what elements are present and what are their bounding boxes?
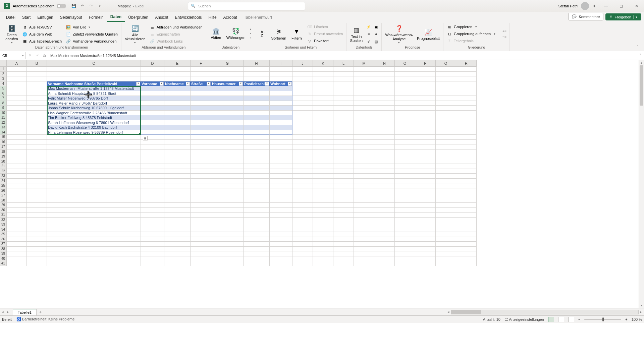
cell[interactable]	[141, 76, 164, 81]
cell[interactable]	[456, 242, 477, 247]
cell[interactable]	[244, 115, 270, 120]
cell[interactable]	[7, 135, 27, 140]
cell[interactable]	[374, 242, 395, 247]
column-header-I[interactable]: I	[270, 60, 292, 67]
cell[interactable]	[270, 203, 292, 208]
cell[interactable]	[164, 256, 191, 261]
row-header[interactable]: 9	[0, 106, 7, 111]
datatype-gallery[interactable]: ▿	[248, 36, 253, 40]
cell[interactable]	[374, 256, 395, 261]
cell[interactable]	[456, 81, 477, 86]
cell[interactable]	[354, 247, 374, 252]
row-header[interactable]: 20	[0, 159, 7, 164]
cell[interactable]	[164, 183, 191, 188]
cell[interactable]	[415, 218, 436, 223]
cell[interactable]	[7, 222, 27, 227]
cell[interactable]	[292, 154, 313, 159]
cell[interactable]	[436, 261, 456, 266]
cell[interactable]	[395, 96, 415, 101]
cell[interactable]	[456, 101, 477, 106]
cell[interactable]: Max Mustermann Musterstraße 1 12345 Must…	[47, 86, 141, 91]
row-header[interactable]: 14	[0, 130, 7, 135]
cell[interactable]	[354, 86, 374, 91]
row-header[interactable]: 39	[0, 251, 7, 256]
cell[interactable]	[292, 193, 313, 198]
cell[interactable]	[270, 149, 292, 155]
vertical-scrollbar[interactable]: ▴ ▾	[639, 60, 644, 308]
cell[interactable]	[141, 164, 164, 169]
cell[interactable]	[333, 213, 354, 218]
cell[interactable]	[436, 183, 456, 188]
cell[interactable]	[270, 179, 292, 184]
cell[interactable]	[292, 67, 313, 72]
cell[interactable]	[211, 261, 244, 266]
cell[interactable]	[313, 213, 333, 218]
cell[interactable]	[395, 251, 415, 256]
cell[interactable]	[374, 251, 395, 256]
cell[interactable]	[374, 111, 395, 116]
cell[interactable]	[333, 149, 354, 155]
cell[interactable]	[7, 140, 27, 145]
chevron-down-icon[interactable]: ▾	[22, 54, 24, 57]
cell[interactable]	[141, 203, 164, 208]
cell[interactable]	[415, 96, 436, 101]
cell[interactable]	[164, 125, 191, 130]
cell[interactable]	[270, 67, 292, 72]
row-header[interactable]: 29	[0, 203, 7, 208]
cell[interactable]	[333, 164, 354, 169]
cell[interactable]	[47, 227, 141, 232]
cell[interactable]	[270, 169, 292, 174]
row-header[interactable]: 36	[0, 237, 7, 242]
datatype-scroll-up[interactable]: ▴	[248, 27, 253, 31]
cell[interactable]	[374, 86, 395, 91]
column-header-N[interactable]: N	[374, 60, 395, 67]
cell[interactable]	[313, 193, 333, 198]
zoom-in-button[interactable]: +	[625, 317, 627, 321]
cell[interactable]	[313, 256, 333, 261]
cell[interactable]	[7, 76, 27, 81]
cell[interactable]	[415, 174, 436, 179]
cell[interactable]	[374, 106, 395, 111]
cell[interactable]	[244, 140, 270, 145]
cell[interactable]	[436, 174, 456, 179]
cell[interactable]	[313, 159, 333, 164]
cell[interactable]	[244, 198, 270, 203]
cell[interactable]	[292, 106, 313, 111]
cell[interactable]: David Koch Bachstraße 4 32109 Bachdorf	[47, 125, 141, 130]
cell[interactable]	[333, 193, 354, 198]
cell[interactable]	[164, 222, 191, 227]
sheet-nav-next[interactable]: ▸	[5, 310, 11, 314]
row-header[interactable]: 25	[0, 183, 7, 188]
cell[interactable]	[456, 91, 477, 96]
cell[interactable]	[395, 237, 415, 242]
tab-tabellenentwurf[interactable]: Tabellenentwurf	[240, 13, 275, 22]
cell[interactable]	[292, 86, 313, 91]
cell[interactable]	[191, 106, 211, 111]
cell[interactable]	[354, 183, 374, 188]
cell[interactable]	[415, 130, 436, 135]
cell[interactable]	[27, 188, 47, 193]
cell[interactable]	[7, 91, 27, 96]
cell[interactable]	[395, 159, 415, 164]
row-header[interactable]: 2	[0, 72, 7, 77]
tab-acrobat[interactable]: Acrobat	[220, 13, 240, 22]
cell[interactable]	[333, 256, 354, 261]
cell[interactable]	[244, 218, 270, 223]
cell[interactable]	[456, 256, 477, 261]
cell[interactable]: Jonas Schulz Kirchenweg 10 67890 Hügeldo…	[47, 106, 141, 111]
cell[interactable]	[47, 232, 141, 237]
cell[interactable]	[270, 227, 292, 232]
cell[interactable]: Hausnummer▾	[211, 81, 244, 86]
cell[interactable]	[415, 261, 436, 266]
window-restore-icon[interactable]: ◻	[615, 1, 627, 11]
cell[interactable]	[141, 159, 164, 164]
cell[interactable]	[292, 237, 313, 242]
cell[interactable]: Wohnort▾	[270, 81, 292, 86]
cell[interactable]	[211, 130, 244, 135]
tab-entwicklertools[interactable]: Entwicklertools	[172, 13, 205, 22]
cell[interactable]: Vorname▾	[141, 81, 164, 86]
cell[interactable]	[244, 76, 270, 81]
cell[interactable]	[354, 67, 374, 72]
cell[interactable]	[313, 188, 333, 193]
cell[interactable]	[415, 164, 436, 169]
